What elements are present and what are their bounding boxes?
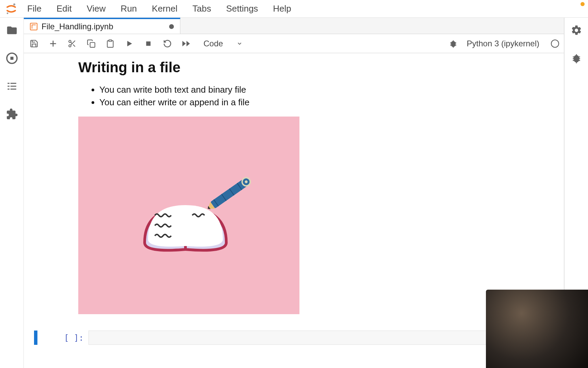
menubar: File Edit View Run Kernel Tabs Settings … xyxy=(0,0,588,18)
svg-line-15 xyxy=(73,44,75,46)
svg-marker-21 xyxy=(182,41,186,46)
unsaved-dot-icon xyxy=(169,24,174,29)
main-panel: File_Handling.ipynb xyxy=(24,18,564,368)
menu-run[interactable]: Run xyxy=(113,1,145,17)
running-icon[interactable] xyxy=(5,52,18,65)
svg-line-16 xyxy=(71,42,72,43)
cell-type-label: Code xyxy=(203,39,223,48)
list-item: You can either write or append in a file xyxy=(99,97,564,108)
svg-rect-6 xyxy=(7,86,10,87)
chevron-down-icon xyxy=(236,41,243,47)
save-button[interactable] xyxy=(29,38,39,49)
tab-bar: File_Handling.ipynb xyxy=(24,18,564,34)
markdown-heading: Writing in a file xyxy=(78,59,564,76)
stop-button[interactable] xyxy=(143,38,154,49)
svg-rect-7 xyxy=(10,86,16,87)
menu-file[interactable]: File xyxy=(20,1,49,17)
svg-rect-4 xyxy=(7,83,10,84)
svg-marker-19 xyxy=(127,41,132,46)
add-cell-button[interactable] xyxy=(48,38,59,49)
svg-rect-8 xyxy=(7,89,10,90)
menu-settings[interactable]: Settings xyxy=(218,1,265,17)
gear-icon[interactable] xyxy=(570,24,583,37)
svg-rect-17 xyxy=(90,42,95,47)
notebook-icon xyxy=(30,23,37,30)
svg-rect-18 xyxy=(109,40,112,41)
run-button[interactable] xyxy=(124,38,135,49)
menu-view[interactable]: View xyxy=(79,1,113,17)
svg-marker-22 xyxy=(186,41,190,46)
status-dot-icon xyxy=(581,2,585,6)
svg-point-12 xyxy=(69,40,71,43)
debug-icon[interactable] xyxy=(570,52,583,65)
extensions-icon[interactable] xyxy=(5,108,18,121)
bug-icon[interactable] xyxy=(448,38,459,49)
menu-kernel[interactable]: Kernel xyxy=(144,1,185,17)
code-input[interactable] xyxy=(88,331,554,345)
left-sidebar xyxy=(0,18,24,368)
tab-file-handling[interactable]: File_Handling.ipynb xyxy=(24,18,180,34)
menu-tabs[interactable]: Tabs xyxy=(185,1,218,17)
webcam-overlay xyxy=(486,290,588,368)
toc-icon[interactable] xyxy=(5,80,18,93)
list-item: You can write both text and binary file xyxy=(99,85,564,95)
svg-point-1 xyxy=(7,12,9,14)
svg-rect-9 xyxy=(10,89,16,90)
menu-edit[interactable]: Edit xyxy=(49,1,79,17)
svg-rect-3 xyxy=(10,57,13,60)
svg-rect-20 xyxy=(146,41,151,46)
kernel-status-icon[interactable] xyxy=(551,40,559,48)
tab-title: File_Handling.ipynb xyxy=(42,22,113,31)
svg-rect-5 xyxy=(10,83,16,84)
cut-button[interactable] xyxy=(67,38,78,49)
notebook-toolbar: Code Python 3 (ipykernel) xyxy=(24,34,564,53)
markdown-list: You can write both text and binary file … xyxy=(78,85,564,108)
code-cell[interactable]: [ ]: xyxy=(24,331,564,345)
kernel-name[interactable]: Python 3 (ipykernel) xyxy=(467,39,539,48)
folder-icon[interactable] xyxy=(5,24,18,37)
cell-selection-marker xyxy=(34,331,37,345)
jupyter-logo[interactable] xyxy=(3,3,20,15)
paste-button[interactable] xyxy=(105,38,116,49)
menu-help[interactable]: Help xyxy=(265,1,298,17)
run-all-button[interactable] xyxy=(181,38,192,49)
svg-point-0 xyxy=(13,3,15,5)
cell-prompt: [ ]: xyxy=(51,331,88,345)
copy-button[interactable] xyxy=(86,38,97,49)
markdown-cell[interactable]: Writing in a file You can write both tex… xyxy=(24,59,564,321)
notebook-content: Writing in a file You can write both tex… xyxy=(24,53,564,368)
svg-point-13 xyxy=(69,45,71,47)
markdown-image xyxy=(78,117,299,314)
cell-type-select[interactable]: Code xyxy=(203,39,243,48)
restart-button[interactable] xyxy=(162,38,173,49)
